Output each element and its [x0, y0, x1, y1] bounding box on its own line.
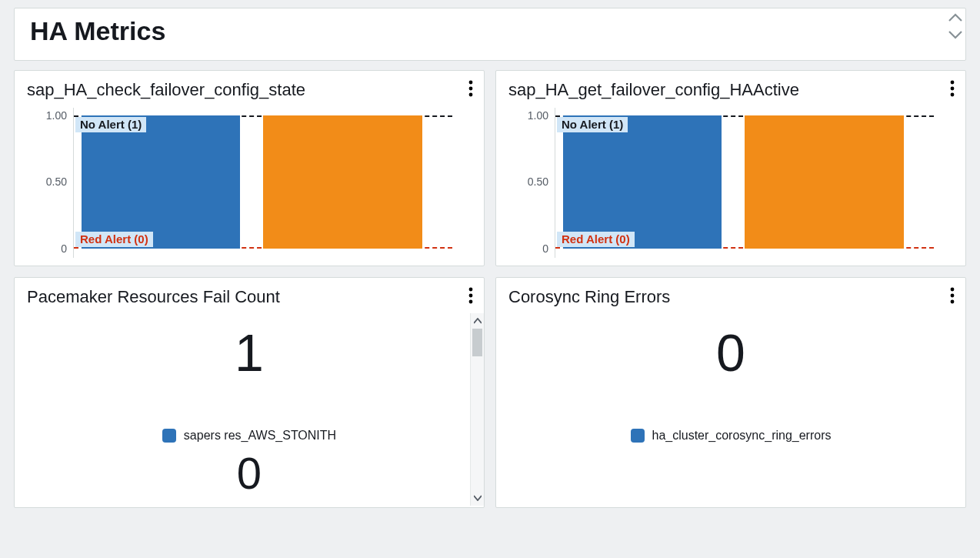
- scroll-down-icon[interactable]: [471, 490, 484, 506]
- bar-series-2: [263, 115, 422, 249]
- metric-value-secondary: 0: [27, 447, 472, 499]
- plot: No Alert (1) Red Alert (0): [73, 108, 472, 258]
- svg-point-11: [951, 300, 955, 304]
- widget-title: sap_HA_get_failover_config_HAActive: [508, 80, 953, 100]
- legend-swatch-icon: [162, 429, 176, 443]
- scroll-thumb[interactable]: [472, 329, 482, 356]
- annotation-red-alert: Red Alert (0): [557, 232, 635, 247]
- svg-point-10: [951, 294, 955, 298]
- y-tick: 0.50: [528, 175, 548, 188]
- legend-swatch-icon: [631, 429, 645, 443]
- legend-label: ha_cluster_corosync_ring_errors: [652, 429, 832, 443]
- widget-title: Corosync Ring Errors: [508, 287, 953, 307]
- widget-sap-ha-check-failover-config-state: sap_HA_check_failover_config_state 1.00 …: [14, 70, 485, 266]
- widget-menu-button[interactable]: [950, 287, 955, 304]
- y-tick: 0: [542, 242, 548, 255]
- legend: sapers res_AWS_STONITH: [27, 429, 472, 443]
- y-axis: 1.00 0.50 0: [508, 108, 555, 258]
- scroll-up-icon[interactable]: [471, 313, 484, 329]
- y-tick: 0.50: [46, 175, 67, 188]
- plot: No Alert (1) Red Alert (0): [555, 108, 953, 258]
- y-axis: 1.00 0.50 0: [27, 108, 73, 258]
- svg-point-5: [951, 93, 955, 97]
- widget-corosync-ring-errors: Corosync Ring Errors 0 ha_cluster_corosy…: [495, 277, 966, 508]
- svg-point-6: [469, 288, 473, 292]
- legend: ha_cluster_corosync_ring_errors: [508, 429, 953, 443]
- svg-point-7: [469, 294, 473, 298]
- widget-menu-button[interactable]: [468, 287, 473, 304]
- section-title: HA Metrics: [30, 16, 950, 46]
- section-header: HA Metrics: [14, 8, 966, 61]
- svg-point-1: [469, 87, 473, 91]
- y-tick: 1.00: [528, 109, 548, 122]
- bar-series-1: [82, 115, 241, 249]
- scroll-track[interactable]: [471, 329, 484, 490]
- widget-title: sap_HA_check_failover_config_state: [27, 80, 472, 100]
- metric-value-primary: 1: [27, 322, 472, 383]
- y-tick: 1.00: [46, 109, 67, 122]
- annotation-no-alert: No Alert (1): [75, 117, 146, 132]
- scroll-down-icon[interactable]: [948, 30, 962, 39]
- bar-series-2: [745, 115, 904, 249]
- widget-sap-ha-get-failover-config-haactive: sap_HA_get_failover_config_HAActive 1.00…: [495, 70, 966, 266]
- widget-pacemaker-fail-count: Pacemaker Resources Fail Count 1 sapers …: [14, 277, 485, 508]
- bar-series-1: [563, 115, 722, 249]
- legend-label: sapers res_AWS_STONITH: [184, 429, 336, 443]
- widget-scrollbar[interactable]: [470, 313, 484, 506]
- svg-point-9: [951, 288, 955, 292]
- svg-point-4: [951, 87, 955, 91]
- chart-area: 1.00 0.50 0 No Alert (1) Red Alert (0): [508, 108, 953, 258]
- y-tick: 0: [61, 242, 67, 255]
- svg-point-2: [469, 93, 473, 97]
- scroll-up-icon[interactable]: [948, 13, 962, 22]
- chart-area: 1.00 0.50 0 No Alert (1) Red Alert (0): [27, 108, 472, 258]
- annotation-red-alert: Red Alert (0): [75, 232, 153, 247]
- svg-point-0: [469, 81, 473, 85]
- svg-point-8: [469, 300, 473, 304]
- annotation-no-alert: No Alert (1): [557, 117, 628, 132]
- widget-title: Pacemaker Resources Fail Count: [27, 287, 472, 307]
- widget-menu-button[interactable]: [950, 80, 955, 97]
- metric-value-primary: 0: [508, 322, 953, 383]
- header-scroll-controls: [948, 13, 962, 39]
- svg-point-3: [951, 81, 955, 85]
- widget-menu-button[interactable]: [468, 80, 473, 97]
